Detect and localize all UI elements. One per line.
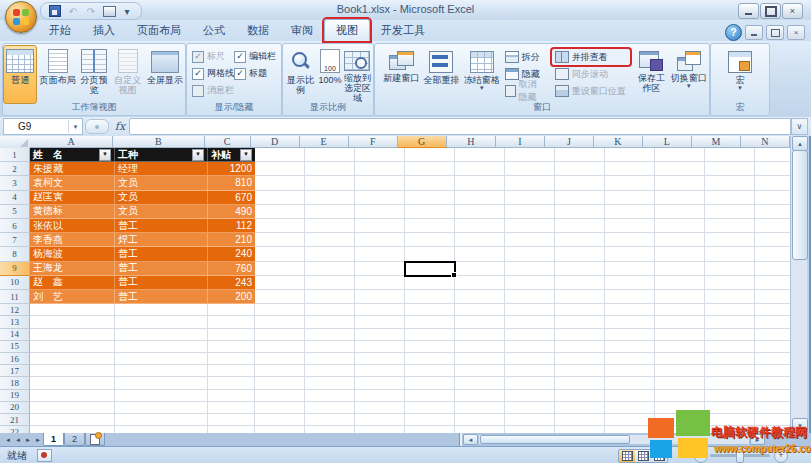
insert-function-button[interactable]: fx: [111, 119, 129, 134]
column-header-N[interactable]: N: [741, 136, 790, 148]
ribbon-tab-6[interactable]: 审阅: [280, 20, 324, 41]
horizontal-scrollbar[interactable]: [478, 434, 750, 445]
cell-subsidy[interactable]: 243: [208, 276, 255, 290]
cell-name[interactable]: 张依以: [30, 219, 115, 233]
office-button[interactable]: [5, 1, 37, 33]
column-header-M[interactable]: M: [692, 136, 741, 148]
cell-job[interactable]: 普工: [115, 262, 208, 276]
row-header-2[interactable]: 2: [0, 162, 30, 176]
column-header-G[interactable]: G: [398, 136, 447, 148]
column-header-A[interactable]: A: [30, 136, 113, 148]
row-header-7[interactable]: 7: [0, 233, 30, 247]
arrange-all-button[interactable]: 全部重排: [421, 45, 461, 104]
zoom-out-button[interactable]: −: [694, 449, 708, 463]
cell-job[interactable]: 文员: [115, 176, 208, 190]
column-header-J[interactable]: J: [545, 136, 594, 148]
page-break-preview-button[interactable]: 分页预览: [78, 45, 111, 104]
ribbon-tab-2[interactable]: 插入: [82, 20, 126, 41]
workbook-restore-button[interactable]: [766, 25, 784, 40]
synchronous-scrolling-button[interactable]: 同步滚动: [552, 66, 630, 82]
column-header-F[interactable]: F: [349, 136, 398, 148]
selected-cell-G9[interactable]: [404, 261, 456, 277]
hscroll-right-button[interactable]: ►: [750, 434, 765, 445]
cell-name[interactable]: 朱援藏: [30, 162, 115, 176]
close-button[interactable]: ×: [782, 3, 803, 19]
formula-input[interactable]: [129, 118, 791, 135]
column-header-H[interactable]: H: [447, 136, 496, 148]
scroll-down-button[interactable]: ▼: [792, 418, 808, 433]
ribbon-tab-7[interactable]: 视图: [324, 19, 370, 41]
new-window-button[interactable]: 新建窗口: [381, 45, 421, 104]
filter-dropdown-button[interactable]: ▼: [240, 149, 252, 161]
column-header-L[interactable]: L: [643, 136, 692, 148]
cell-subsidy[interactable]: 810: [208, 176, 255, 190]
header-cell-subsidy[interactable]: 补贴▼: [208, 148, 255, 162]
workbook-minimize-button[interactable]: [745, 25, 763, 40]
row-header-1[interactable]: 1: [0, 148, 30, 162]
cell-name[interactable]: 黄德标: [30, 205, 115, 219]
gridlines-checkbox[interactable]: ✓ 网格线: [192, 66, 234, 81]
scroll-up-button[interactable]: ▲: [792, 136, 808, 151]
ribbon-tab-5[interactable]: 数据: [236, 20, 280, 41]
header-cell-job[interactable]: 工种▼: [115, 148, 208, 162]
cell-name[interactable]: 袁柯文: [30, 176, 115, 190]
zoom-button[interactable]: 显示比例: [283, 45, 318, 104]
header-cell-name[interactable]: 姓 名▼: [30, 148, 115, 162]
ribbon-tab-4[interactable]: 公式: [192, 20, 236, 41]
row-header-9[interactable]: 9: [0, 262, 30, 276]
split-button[interactable]: 拆分: [502, 49, 548, 65]
save-workspace-button[interactable]: 保存工作区: [634, 45, 669, 104]
row-header-20[interactable]: 20: [0, 402, 30, 414]
row-header-8[interactable]: 8: [0, 247, 30, 261]
row-header-4[interactable]: 4: [0, 191, 30, 205]
cell-subsidy[interactable]: 200: [208, 290, 255, 304]
vertical-scrollbar[interactable]: ▲ ▼: [790, 136, 807, 433]
maximize-button[interactable]: [760, 3, 781, 19]
cell-job[interactable]: 文员: [115, 191, 208, 205]
row-header-16[interactable]: 16: [0, 353, 30, 365]
page-break-view-shortcut[interactable]: [651, 450, 667, 462]
row-header-17[interactable]: 17: [0, 365, 30, 377]
cell-job[interactable]: 焊工: [115, 233, 208, 247]
reset-window-position-button[interactable]: 重设窗口位置: [552, 83, 630, 99]
horizontal-scroll-thumb[interactable]: [480, 435, 630, 444]
row-header-14[interactable]: 14: [0, 329, 30, 341]
unhide-button[interactable]: 取消隐藏: [502, 83, 548, 99]
row-header-18[interactable]: 18: [0, 377, 30, 389]
freeze-panes-button[interactable]: 冻结窗格 ▾: [462, 45, 502, 104]
sheet-tab-2[interactable]: 2: [64, 433, 85, 446]
custom-views-button[interactable]: 自定义视图: [110, 45, 144, 104]
macros-button[interactable]: 宏 ▾: [724, 45, 756, 104]
row-header-13[interactable]: 13: [0, 316, 30, 328]
cell-name[interactable]: 李香燕: [30, 233, 115, 247]
name-box[interactable]: G9 ▼: [3, 118, 83, 135]
cell-name[interactable]: 王海龙: [30, 262, 115, 276]
hscroll-left-button[interactable]: ◄: [463, 434, 478, 445]
row-header-22[interactable]: 22: [0, 426, 30, 433]
cell-job[interactable]: 文员: [115, 205, 208, 219]
ruler-checkbox[interactable]: ✓ 标尺: [192, 49, 225, 64]
zoom-100-button[interactable]: 100 100%: [318, 45, 342, 104]
cell-subsidy[interactable]: 1200: [208, 162, 255, 176]
cell-subsidy[interactable]: 112: [208, 219, 255, 233]
cell-job[interactable]: 经理: [115, 162, 208, 176]
next-sheet-button[interactable]: ►: [23, 433, 33, 446]
cell-job[interactable]: 普工: [115, 290, 208, 304]
cell-name[interactable]: 赵匡寅: [30, 191, 115, 205]
row-header-11[interactable]: 11: [0, 290, 30, 304]
minimize-button[interactable]: [738, 3, 759, 19]
workbook-close-button[interactable]: ×: [787, 25, 805, 40]
normal-view-button[interactable]: 普通: [3, 45, 37, 104]
ribbon-tab-1[interactable]: 开始: [38, 20, 82, 41]
cell-subsidy[interactable]: 240: [208, 247, 255, 261]
cell-subsidy[interactable]: 670: [208, 191, 255, 205]
first-sheet-button[interactable]: ◄: [3, 433, 13, 446]
row-header-19[interactable]: 19: [0, 390, 30, 402]
filter-dropdown-button[interactable]: ▼: [192, 149, 204, 161]
cell-subsidy[interactable]: 490: [208, 205, 255, 219]
column-header-B[interactable]: B: [113, 136, 204, 148]
switch-windows-button[interactable]: 切换窗口 ▾: [669, 45, 709, 104]
ribbon-tab-3[interactable]: 页面布局: [126, 20, 192, 41]
zoom-slider-thumb[interactable]: [736, 449, 744, 463]
insert-worksheet-tab[interactable]: [85, 433, 105, 446]
